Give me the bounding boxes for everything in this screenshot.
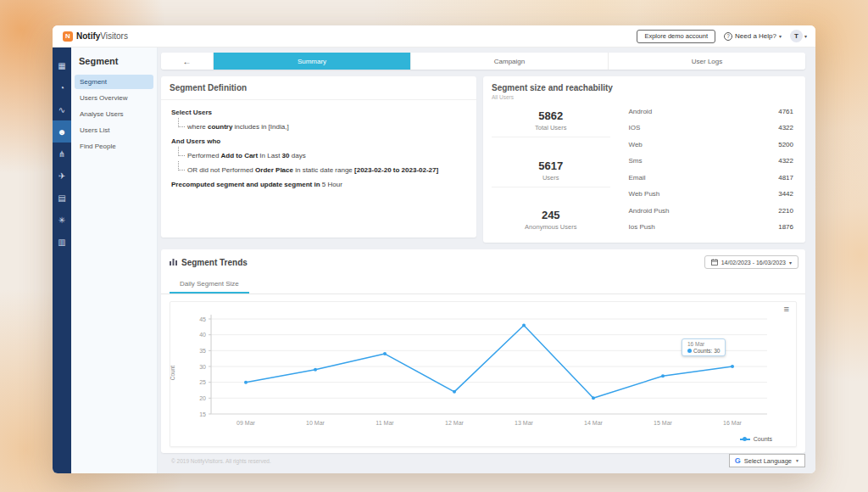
chevron-down-icon: ▾ (779, 33, 782, 39)
stat-anonymous-users: 245 Anonymous Users (492, 204, 610, 236)
svg-text:45: 45 (199, 316, 206, 322)
tab-bar: ← Summary Campaign User Logs (161, 53, 805, 70)
dashboard-icon[interactable]: ▦ (53, 54, 71, 76)
dropdown-arrow-icon: ▼ (795, 458, 799, 463)
definition-rule-add-to-cart: Performed Add to Cart In Last 30 days (176, 152, 466, 159)
chart-legend[interactable]: Counts (740, 436, 772, 442)
sidebar-item-analyse-users[interactable]: Analyse Users (75, 107, 153, 121)
svg-text:13 Mar: 13 Mar (515, 420, 533, 426)
tab-summary[interactable]: Summary (214, 53, 411, 70)
stat-total-users: 5862 Total Users (492, 104, 610, 137)
settings-icon[interactable]: ✳ (53, 209, 71, 231)
users-segment-icon[interactable]: ☻ (53, 120, 71, 143)
svg-text:30: 30 (199, 364, 206, 370)
segment-totals: 5862 Total Users 5617 Users 245 Anonymou… (492, 104, 619, 236)
channel-row-android-push: Android Push2210 (629, 207, 793, 215)
window-body: ▦ ◔ ∿ ☻ ⋔ ✈ ▤ ✳ ▥ Segment Segment Users … (53, 48, 815, 473)
stat-users: 5617 Users (492, 154, 610, 187)
chevron-down-icon: ▾ (789, 260, 792, 266)
svg-text:09 Mar: 09 Mar (236, 420, 255, 426)
top-bar: N NotifyVisitors Explore demo account ? … (53, 25, 815, 48)
sidebar-item-users-list[interactable]: Users List (75, 123, 153, 137)
reports-icon[interactable]: ▤ (53, 187, 71, 209)
svg-text:10 Mar: 10 Mar (306, 420, 325, 426)
svg-text:15 Mar: 15 Mar (654, 420, 672, 426)
y-axis-label: Count (170, 366, 175, 380)
main-content: ← Summary Campaign User Logs Segment Def… (158, 48, 815, 473)
segment-trends-card: Segment Trends 14/02/2023 - 16/03/2023 ▾… (161, 249, 805, 453)
language-selector[interactable]: G Select Language ▼ (729, 454, 805, 467)
date-range-value: 14/02/2023 - 16/03/2023 (721, 260, 786, 266)
segment-trends-title-wrap: Segment Trends (170, 258, 248, 267)
svg-text:14 Mar: 14 Mar (584, 420, 603, 426)
user-menu[interactable]: T ▾ (790, 30, 807, 42)
channel-row-ios: IOS4322 (629, 124, 793, 131)
svg-text:20: 20 (199, 395, 206, 401)
tab-user-logs[interactable]: User Logs (609, 53, 805, 70)
channel-row-web: Web5200 (629, 141, 793, 148)
segment-definition-card: Segment Definition Select Users where co… (161, 76, 476, 238)
google-translate-icon: G (735, 456, 741, 465)
channel-row-android: Android4761 (629, 108, 793, 115)
tab-campaign[interactable]: Campaign (411, 53, 609, 70)
segment-size-title: Segment size and reachability (492, 83, 797, 92)
tab-daily-segment-size[interactable]: Daily Segment Size (170, 277, 249, 294)
definition-rule-country: where country includes in [India,] (176, 123, 466, 131)
segment-trends-title: Segment Trends (181, 258, 248, 267)
topbar-actions: Explore demo account ? Need a Help? ▾ T … (637, 30, 807, 43)
brand-logo[interactable]: N NotifyVisitors (63, 31, 128, 42)
channel-row-email: Email4817 (629, 174, 793, 182)
svg-text:11 Mar: 11 Mar (376, 420, 394, 426)
brand-icon: N (63, 31, 73, 42)
campaigns-icon[interactable]: ◔ (53, 76, 71, 98)
svg-text:40: 40 (199, 332, 206, 338)
chevron-down-icon: ▾ (804, 33, 807, 39)
help-label: Need a Help? (735, 32, 776, 40)
bar-chart-icon (170, 258, 177, 267)
footer: © 2019 NotifyVisitors. All rights reserv… (171, 454, 805, 467)
summary-cards-row: Segment Definition Select Users where co… (161, 76, 805, 243)
segment-size-card: Segment size and reachability All Users … (483, 76, 805, 243)
sidebar-item-users-overview[interactable]: Users Overview (75, 91, 153, 105)
chart-tooltip: 16 Mar Counts: 30 (682, 338, 726, 356)
channel-row-web-push: Web Push3442 (629, 190, 793, 198)
series-dot-icon (687, 349, 692, 353)
definition-rule-order-place: OR did not Performed Order Place in stat… (176, 166, 466, 174)
definition-precomputed: Precomputed segment and update segment i… (171, 181, 466, 188)
channel-row-sms: Sms4322 (629, 157, 793, 165)
sidebar-title: Segment (75, 56, 153, 75)
segment-size-body: 5862 Total Users 5617 Users 245 Anonymou… (483, 103, 805, 243)
trends-tab-row: Daily Segment Size (161, 274, 805, 294)
segment-definition-title: Segment Definition (161, 76, 476, 100)
chart-panel: ≡ Count 1520253035404509 Mar10 Mar11 Mar… (170, 301, 797, 447)
back-button[interactable]: ← (161, 53, 214, 70)
definition-select-users: Select Users (171, 109, 466, 116)
sidebar-item-segment[interactable]: Segment (75, 75, 153, 89)
channel-row-ios-push: Ios Push1876 (629, 223, 793, 231)
avatar: T (790, 30, 803, 42)
svg-text:25: 25 (199, 379, 206, 385)
page-background: N NotifyVisitors Explore demo account ? … (0, 0, 868, 492)
app-window: N NotifyVisitors Explore demo account ? … (53, 25, 815, 473)
secondary-sidebar: Segment Segment Users Overview Analyse U… (71, 48, 158, 473)
sitemap-icon[interactable]: ⋔ (53, 143, 71, 165)
help-icon: ? (724, 32, 732, 41)
tooltip-date: 16 Mar (687, 341, 720, 347)
calendar-icon (711, 259, 718, 266)
sidebar-item-find-people[interactable]: Find People (75, 139, 153, 154)
date-range-picker[interactable]: 14/02/2023 - 16/03/2023 ▾ (704, 255, 798, 269)
help-menu[interactable]: ? Need a Help? ▾ (724, 32, 782, 41)
svg-text:15: 15 (199, 411, 206, 417)
svg-text:16 Mar: 16 Mar (723, 420, 742, 426)
channel-list: Android4761 IOS4322 Web5200 Sms4322 Emai… (619, 104, 793, 236)
send-icon[interactable]: ✈ (53, 165, 71, 187)
definition-and-users-who: And Users who (171, 137, 466, 145)
analytics-icon[interactable]: ∿ (53, 98, 71, 120)
data-icon[interactable]: ▥ (53, 231, 71, 253)
tooltip-value-row: Counts: 30 (687, 348, 720, 354)
language-label: Select Language (744, 457, 792, 465)
explore-demo-button[interactable]: Explore demo account (637, 30, 715, 43)
chart-area: 1520253035404509 Mar10 Mar11 Mar12 Mar13… (179, 309, 786, 436)
svg-text:12 Mar: 12 Mar (445, 420, 464, 426)
legend-label: Counts (754, 436, 772, 442)
